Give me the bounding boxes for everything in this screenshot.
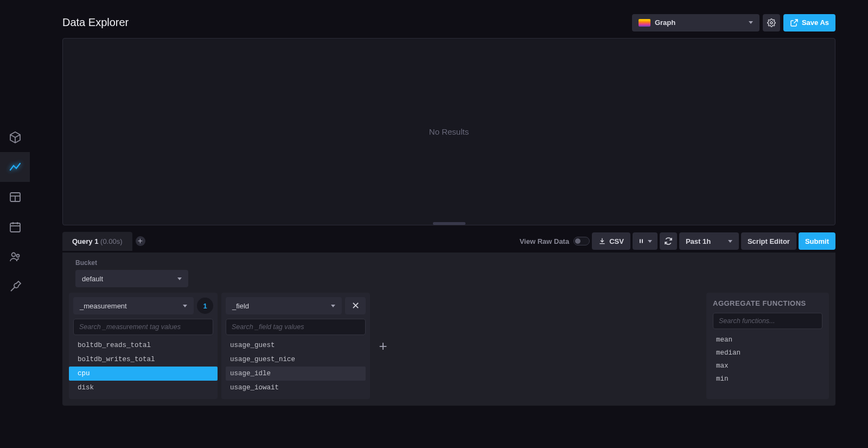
svg-point-8 [16,254,19,257]
tag-value-item[interactable]: boltdb_writes_total [73,352,213,367]
refresh-dropdown[interactable] [633,232,658,250]
csv-label: CSV [609,237,624,245]
csv-export-button[interactable]: CSV [592,232,630,250]
page-header: Data Explorer Graph Save As [62,0,835,37]
view-raw-data-toggle[interactable]: View Raw Data [520,237,590,245]
query-tab-1[interactable]: Query 1 (0.00s) [62,232,132,251]
chevron-down-icon [183,305,187,307]
tag-selector-field: _field ✕ usage_guest usage_guest_nice us… [221,293,370,399]
svg-rect-11 [642,239,643,243]
tag-value-item[interactable]: usage_guest [226,338,366,352]
visualization-type-label: Graph [655,18,675,27]
bucket-label: Bucket [75,259,829,267]
tag-key-label: _field [232,302,249,310]
chevron-down-icon [728,240,732,243]
tag-value-item[interactable]: usage_idle [226,367,366,381]
tag-value-item[interactable]: usage_iowait [226,381,366,395]
tag-value-item[interactable]: cpu [69,367,218,381]
aggregate-title: AGGREGATE FUNCTIONS [713,299,822,307]
tag-value-item[interactable]: disk [73,381,213,395]
time-range-label: Past 1h [686,237,711,245]
visualization-settings-button[interactable] [763,14,780,31]
bucket-dropdown[interactable]: default [75,270,188,287]
aggregate-search-input[interactable] [713,313,822,329]
sidebar [0,0,30,448]
aggregate-item[interactable]: mean [713,333,822,346]
visualization-area: No Results [62,38,835,225]
nav-explorer[interactable] [0,152,30,182]
page-title: Data Explorer [62,16,632,29]
query-bar: Query 1 (0.00s) + View Raw Data CSV [62,230,835,253]
tag-key-dropdown[interactable]: _measurement [73,297,194,314]
tag-value-item[interactable]: boltdb_reads_total [73,338,213,352]
nav-settings-wrench[interactable] [0,272,30,301]
chevron-down-icon [749,21,753,24]
save-as-label: Save As [802,18,829,27]
nav-dashboards[interactable] [0,182,30,212]
visualization-type-dropdown[interactable]: Graph [632,14,760,31]
graph-type-icon [639,19,650,27]
query-builder: Bucket default _measurement 1 boltdb_rea… [62,253,835,406]
aggregate-item[interactable]: median [713,346,822,359]
nav-org[interactable] [0,242,30,272]
selected-count-badge: 1 [197,298,213,314]
chevron-down-icon [648,240,652,243]
script-editor-label: Script Editor [748,237,790,245]
time-range-dropdown[interactable]: Past 1h [679,232,739,250]
aggregate-item[interactable]: min [713,373,822,386]
submit-label: Submit [805,237,829,245]
svg-point-7 [11,253,15,256]
add-tag-selector-button[interactable]: + [374,293,392,399]
svg-rect-10 [640,239,641,243]
chevron-down-icon [331,305,335,307]
chevron-down-icon [177,277,182,280]
save-as-button[interactable]: Save As [783,14,835,31]
tag-value-item[interactable]: usage_guest_nice [226,352,366,367]
view-raw-data-label: View Raw Data [520,237,570,245]
svg-rect-3 [10,223,20,232]
query-tab-label: Query 1 [72,237,98,245]
query-tab-duration: (0.00s) [100,237,122,245]
refresh-button[interactable] [660,232,677,250]
tag-value-search-input[interactable] [73,319,213,335]
aggregate-functions-panel: AGGREGATE FUNCTIONS mean median max min [706,293,829,399]
tag-key-dropdown[interactable]: _field [226,297,342,314]
svg-point-9 [770,22,773,24]
script-editor-button[interactable]: Script Editor [741,232,796,250]
resize-handle[interactable] [433,222,465,225]
nav-tasks[interactable] [0,212,30,242]
submit-button[interactable]: Submit [799,232,835,250]
toggle-switch[interactable] [573,237,590,245]
bucket-value: default [82,275,103,283]
remove-tag-selector-button[interactable]: ✕ [345,297,366,314]
nav-cube[interactable] [0,122,30,152]
tag-value-search-input[interactable] [226,319,366,335]
tag-key-label: _measurement [80,302,127,310]
tag-selector-measurement: _measurement 1 boltdb_reads_total boltdb… [69,293,218,399]
aggregate-item[interactable]: max [713,359,822,373]
add-query-button[interactable]: + [136,236,145,246]
empty-results-text: No Results [429,127,469,136]
